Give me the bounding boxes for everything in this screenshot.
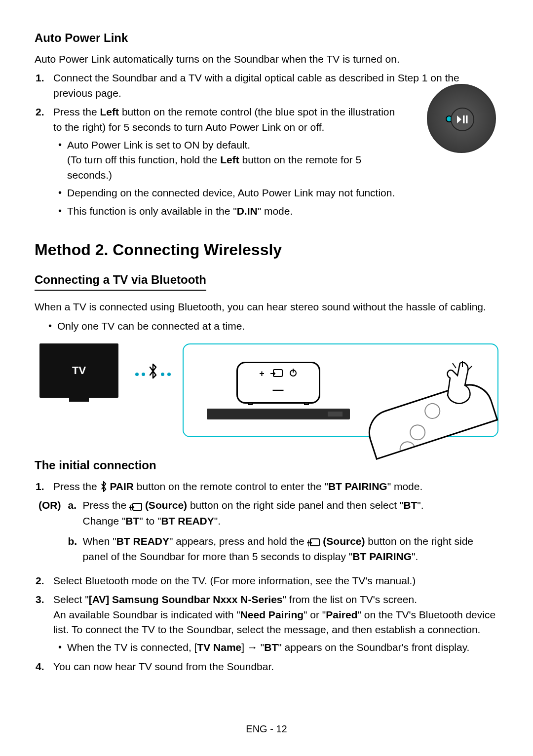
svg-rect-1 [466, 115, 468, 123]
connection-diagram: TV + — OR [35, 343, 498, 437]
soundbar-with-display: + — [202, 362, 355, 419]
auto-power-link-intro: Auto Power Link automatically turns on t… [35, 52, 498, 67]
tv-icon: TV [39, 343, 118, 398]
init-step-1: 1. Press the PAIR button on the remote c… [49, 479, 498, 494]
step-1: 1. Connect the Soundbar and a TV with a … [49, 71, 498, 101]
sub-step-b: b. When "BT READY" appears, press and ho… [68, 534, 499, 565]
initial-connection-heading: The initial connection [35, 457, 498, 474]
bluetooth-icon [100, 481, 107, 492]
bluetooth-signal-icon [135, 363, 171, 385]
power-icon [289, 367, 297, 380]
hand-press-illustration [381, 358, 480, 422]
source-icon [307, 534, 320, 549]
plus-icon: + [259, 367, 265, 380]
step-1-text: Connect the Soundbar and a TV with a dig… [53, 72, 459, 98]
init-step-2: 2. Select Bluetooth mode on the TV. (For… [49, 573, 498, 588]
bluetooth-subheading: Connecting a TV via Bluetooth [35, 271, 206, 291]
method-2-heading: Method 2. Connecting Wirelessly [35, 238, 498, 261]
hand-icon [435, 358, 480, 408]
sub-step-a: a. Press the (Source) button on the righ… [68, 498, 499, 529]
bluetooth-intro: When a TV is connected using Bluetooth, … [35, 300, 498, 314]
auto-power-link-heading: Auto Power Link [35, 30, 498, 47]
svg-rect-6 [310, 539, 319, 546]
step3-bullet: When the TV is connected, [TV Name] → "B… [67, 640, 498, 655]
bullet-default: Auto Power Link is set to ON by default.… [67, 138, 405, 183]
svg-rect-0 [463, 115, 465, 123]
soundbar-icon [207, 409, 350, 419]
soundbar-options-box: + — OR [183, 343, 498, 437]
or-label-text: (OR) [38, 498, 61, 513]
init-step-3: 3. Select "[AV] Samsung Soundbar Nxxx N-… [49, 592, 498, 655]
source-icon [270, 367, 283, 380]
page-footer: ENG - 12 [0, 722, 533, 736]
bullet-din: This function is only available in the "… [67, 204, 405, 219]
bullet-depends: Depending on the connected device, Auto … [67, 186, 405, 200]
step-2-text: Press the Left button on the remote cont… [53, 106, 395, 132]
minus-icon: — [273, 382, 284, 398]
init-step-4: 4. You can now hear TV sound from the So… [49, 659, 498, 674]
svg-rect-5 [133, 503, 142, 510]
step-2: 2. Press the Left button on the remote c… [49, 105, 405, 219]
play-pause-icon [451, 108, 474, 131]
source-icon [129, 499, 142, 514]
bullet-one-tv: Only one TV can be connected at a time. [57, 319, 498, 334]
